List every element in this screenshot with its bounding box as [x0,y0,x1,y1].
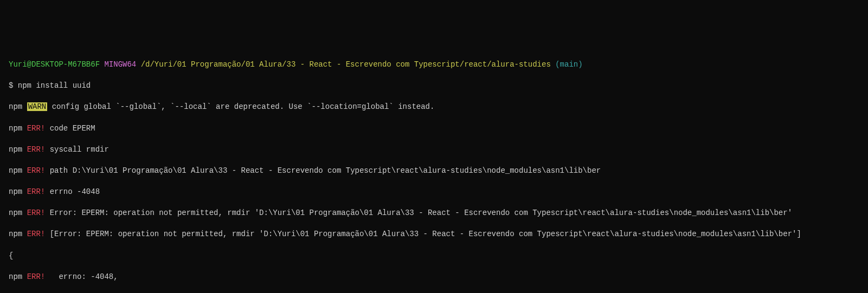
npm-prefix: npm [9,230,22,238]
prompt-user: Yuri@DESKTOP-M67BB6F [9,60,100,69]
err-line: npm ERR! errno -4048 [9,187,859,198]
err-tag: ERR! [27,145,46,154]
prompt-symbol: $ [9,81,13,90]
npm-prefix: npm [9,166,22,175]
terminal-output[interactable]: Yuri@DESKTOP-M67BB6F MINGW64 /d/Yuri/01 … [9,49,859,293]
err-tag: ERR! [27,187,46,196]
err-msg: code EPERM [50,124,95,133]
err-line: npm ERR! code EPERM [9,123,859,134]
err-msg: [Error: EPERM: operation not permitted, … [45,230,801,238]
npm-prefix: npm [9,124,22,133]
prompt-branch: (main) [555,60,582,69]
err-msg: syscall rmdir [50,145,109,154]
command-text: npm install uuid [18,81,91,90]
npm-prefix: npm [9,209,22,217]
err-msg: path D:\Yuri\01 Programação\01 Alura\33 … [50,166,601,175]
command-line: $ npm install uuid [9,81,859,92]
global-label: global [83,102,111,111]
prompt-line: Yuri@DESKTOP-M67BB6F MINGW64 /d/Yuri/01 … [9,60,859,70]
err-tag: ERR! [27,230,46,238]
err-tag: ERR! [27,124,46,133]
brace-line: { [9,251,859,262]
warn-msg: `--global`, `--local` are deprecated. Us… [111,102,435,111]
err-msg: Error: EPERM: operation not permitted, r… [50,209,792,217]
brace-open: { [9,251,13,260]
err-line: npm ERR! path D:\Yuri\01 Programação\01 … [9,166,859,177]
err-line: npm ERR! syscall rmdir [9,145,859,155]
warn-tag: WARN [27,102,48,111]
npm-prefix: npm [9,145,22,154]
err-msg: errno: -4048, [50,272,118,281]
npm-prefix: npm [9,102,22,111]
err-line: npm ERR! [Error: EPERM: operation not pe… [9,229,859,240]
err-line: npm ERR! Error: EPERM: operation not per… [9,208,859,219]
npm-prefix: npm [9,272,22,281]
err-tag: ERR! [27,166,46,175]
prompt-env: MINGW64 [104,60,136,69]
npm-prefix: npm [9,187,22,196]
warn-line: npm WARN config global `--global`, `--lo… [9,102,859,113]
err-line: npm ERR! errno: -4048, [9,272,859,283]
err-tag: ERR! [27,272,46,281]
config-label: config [52,102,79,111]
err-msg: errno -4048 [50,187,100,196]
prompt-cwd: /d/Yuri/01 Programação/01 Alura/33 - Rea… [141,60,551,69]
err-tag: ERR! [27,209,46,217]
